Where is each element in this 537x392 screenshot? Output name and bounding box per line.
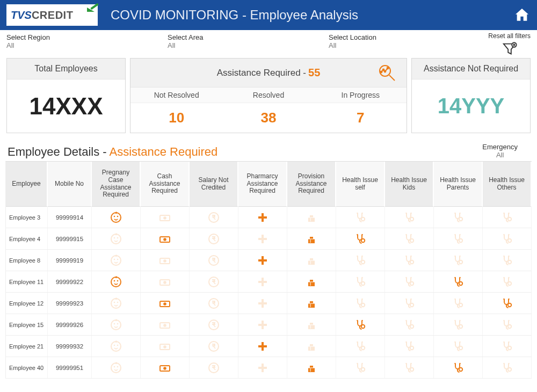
details-title-b: Assistance Required bbox=[110, 145, 218, 158]
table-header-cell[interactable]: Employee bbox=[6, 162, 48, 207]
plus-icon bbox=[256, 297, 269, 310]
cell-flag bbox=[141, 314, 190, 335]
reset-filters[interactable]: Reset all filters bbox=[488, 32, 531, 57]
cell-flag bbox=[385, 336, 434, 357]
table-header-cell[interactable]: Cash Assistance Required bbox=[141, 162, 190, 207]
plus-icon bbox=[256, 340, 269, 353]
cell-flag bbox=[287, 228, 336, 249]
details-header: Employee Details - Assistance Required E… bbox=[0, 136, 537, 161]
card-total-employees-title: Total Employees bbox=[7, 59, 125, 79]
cash-icon bbox=[158, 211, 171, 224]
table-row[interactable]: Employee 899999919 bbox=[6, 250, 532, 271]
table-row[interactable]: Employee 1199999922 bbox=[6, 271, 532, 293]
svg-point-4 bbox=[384, 70, 386, 72]
table-header-row: EmployeeMobile NoPregnany Case Assistanc… bbox=[6, 162, 532, 207]
home-icon[interactable] bbox=[513, 6, 531, 24]
cell-employee: Employee 15 bbox=[6, 314, 48, 335]
provision-icon bbox=[305, 297, 318, 310]
steth-icon bbox=[452, 361, 465, 374]
filters-row: Select Region All Select Area All Select… bbox=[0, 30, 537, 55]
steth-icon bbox=[354, 275, 367, 288]
cell-flag bbox=[385, 250, 434, 271]
page-title: COVID MONITORING - Employee Analysis bbox=[111, 8, 513, 23]
table-header-cell[interactable]: Pharmarcy Assistance Required bbox=[238, 162, 287, 207]
cell-flag bbox=[336, 250, 385, 271]
steth-icon bbox=[500, 211, 513, 224]
steth-icon bbox=[354, 340, 367, 353]
cell-mobile: 99999914 bbox=[48, 207, 92, 228]
filter-emergency[interactable]: Emergency All bbox=[482, 143, 529, 159]
table-body[interactable]: Employee 399999914Employee 499999915Empl… bbox=[6, 207, 532, 379]
steth-icon bbox=[403, 275, 416, 288]
reset-filters-icon[interactable] bbox=[502, 41, 518, 57]
table-header-cell[interactable]: Health Issue Parents bbox=[434, 162, 483, 207]
steth-icon bbox=[354, 254, 367, 267]
cell-flag bbox=[336, 207, 385, 228]
cell-flag bbox=[238, 357, 287, 378]
table-header-cell[interactable]: Mobile No bbox=[48, 162, 92, 207]
plus-icon bbox=[256, 211, 269, 224]
steth-icon bbox=[500, 233, 513, 245]
cell-flag bbox=[287, 207, 336, 228]
plus-icon bbox=[256, 361, 269, 374]
table-header-cell[interactable]: Salary Not Credited bbox=[190, 162, 238, 207]
provision-icon bbox=[305, 254, 318, 267]
table-header-cell[interactable]: Provision Assistance Required bbox=[287, 162, 336, 207]
analysis-icon bbox=[376, 62, 398, 84]
steth-icon bbox=[452, 340, 465, 353]
card-assist-count: 55 bbox=[308, 67, 320, 79]
table-header-cell[interactable]: Health Issue Others bbox=[483, 162, 532, 207]
cell-flag bbox=[483, 293, 532, 314]
filter-emergency-value: All bbox=[482, 151, 518, 159]
plus-icon bbox=[256, 318, 269, 331]
filter-region[interactable]: Select Region All bbox=[6, 33, 168, 49]
plus-icon bbox=[256, 254, 269, 267]
table-header-cell[interactable]: Pregnany Case Assistance Required bbox=[92, 162, 141, 207]
baby-icon bbox=[110, 361, 122, 374]
steth-icon bbox=[403, 254, 416, 267]
table-row[interactable]: Employee 399999914 bbox=[6, 207, 532, 228]
logo-arrow-icon bbox=[90, 3, 98, 10]
cell-flag bbox=[287, 314, 336, 335]
table-header-cell[interactable]: Health Issue Kids bbox=[385, 162, 434, 207]
app-header: TVSCREDIT COVID MONITORING - Employee An… bbox=[0, 0, 537, 30]
assist-col-not-resolved[interactable]: Not Resolved 10 bbox=[130, 88, 222, 133]
table-header-cell[interactable]: Health Issue self bbox=[336, 162, 385, 207]
table-row[interactable]: Employee 2199999932 bbox=[6, 336, 532, 357]
assist-col-value: 38 bbox=[222, 103, 314, 133]
assist-col-resolved[interactable]: Resolved 38 bbox=[222, 88, 314, 133]
baby-icon bbox=[110, 211, 122, 224]
steth-icon bbox=[452, 254, 465, 267]
table-row[interactable]: Employee 499999915 bbox=[6, 228, 532, 250]
cell-employee: Employee 40 bbox=[6, 357, 48, 378]
assist-col-in-progress[interactable]: In Progress 7 bbox=[315, 88, 407, 133]
cell-flag bbox=[483, 228, 532, 249]
cell-employee: Employee 4 bbox=[6, 228, 48, 249]
steth-icon bbox=[354, 233, 367, 245]
table-row[interactable]: Employee 1299999923 bbox=[6, 293, 532, 314]
cell-mobile: 99999926 bbox=[48, 314, 92, 335]
cell-flag bbox=[141, 207, 190, 228]
filter-location[interactable]: Select Location All bbox=[329, 33, 490, 49]
kpi-cards-row: Total Employees 14XXX Assistance Require… bbox=[0, 55, 537, 136]
card-assistance-not-required: Assistance Not Required 14YYY bbox=[411, 58, 531, 133]
rupee-icon bbox=[207, 297, 220, 310]
table-row[interactable]: Employee 1599999926 bbox=[6, 314, 532, 336]
cell-flag bbox=[92, 314, 141, 335]
cell-employee: Employee 8 bbox=[6, 250, 48, 271]
table-row[interactable]: Employee 4099999951 bbox=[6, 357, 532, 379]
cell-mobile: 99999932 bbox=[48, 336, 92, 357]
cell-flag bbox=[483, 271, 532, 292]
details-title-a: Employee Details - bbox=[8, 145, 110, 158]
rupee-icon bbox=[207, 318, 220, 331]
filter-region-label: Select Region bbox=[6, 33, 168, 41]
filter-area[interactable]: Select Area All bbox=[168, 33, 329, 49]
cell-flag bbox=[190, 207, 238, 228]
cell-flag bbox=[92, 207, 141, 228]
card-total-employees-value: 14XXX bbox=[7, 79, 125, 133]
steth-icon bbox=[403, 340, 416, 353]
assist-col-value: 10 bbox=[130, 103, 222, 133]
steth-icon bbox=[500, 361, 513, 374]
steth-icon bbox=[500, 297, 513, 310]
cell-flag bbox=[434, 271, 483, 292]
